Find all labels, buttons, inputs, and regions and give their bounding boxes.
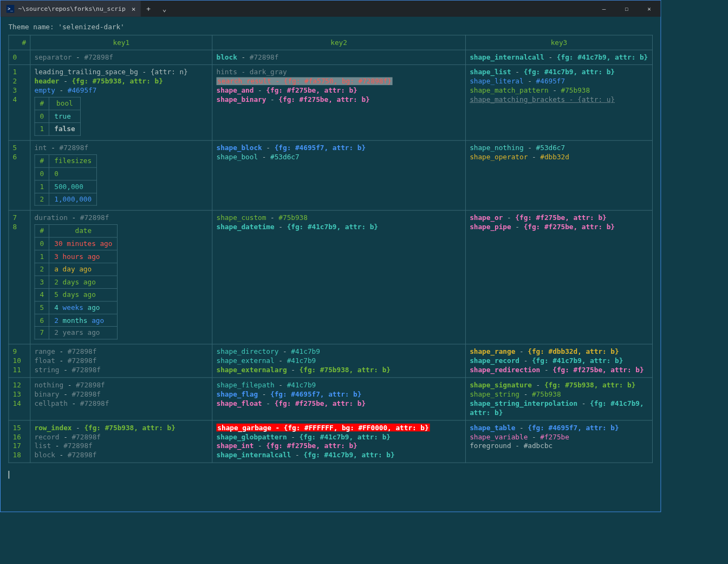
nested-row: 54 weeks ago: [35, 301, 118, 314]
tab-title: ~\source\repos\forks\nu_scrip: [18, 5, 126, 12]
minimize-button[interactable]: —: [593, 1, 615, 17]
nested-row: 1500,000: [35, 180, 97, 193]
col-header-key3: key3: [465, 35, 652, 50]
table-row: 56int - #72898f#filesizes001500,00021,00…: [9, 140, 653, 210]
theme-label: Theme name:: [8, 23, 58, 31]
new-tab-button[interactable]: +: [140, 5, 156, 13]
col-header-key2: key2: [212, 35, 466, 50]
nested-row: 62 months ago: [35, 314, 118, 327]
theme-name-line: Theme name: 'selenized-dark': [1, 20, 661, 35]
table-row: 15161718row_index - {fg: #75b938, attr: …: [9, 420, 653, 463]
nested-row: 21,000,000: [35, 193, 97, 206]
nested-table: #bool0true1false: [35, 97, 81, 135]
terminal-output: Theme name: 'selenized-dark' # key1 key2…: [1, 17, 661, 484]
nested-row: 72 years ago: [35, 327, 118, 340]
table-row: 1234leading_trailing_space_bg - {attr: n…: [9, 64, 653, 140]
table-row: 121314nothing - #72898fbinary - #72898fc…: [9, 378, 653, 420]
nested-table: #date030 minutes ago13 hours ago2a day a…: [35, 224, 118, 339]
nested-row: 030 minutes ago: [35, 237, 118, 250]
window-controls: — ☐ ✕: [593, 1, 660, 17]
terminal-cursor: [8, 471, 9, 479]
table-header-row: # key1 key2 key3: [9, 35, 653, 50]
col-header-index: #: [9, 35, 30, 50]
nested-row: 00: [35, 167, 97, 180]
nested-row: 1false: [35, 123, 80, 136]
window: >_ ~\source\repos\forks\nu_scrip × + ⌄ —…: [0, 0, 661, 512]
tab-dropdown-button[interactable]: ⌄: [157, 5, 172, 13]
nested-row: 0true: [35, 110, 80, 123]
nested-row: 45 days ago: [35, 288, 118, 301]
titlebar[interactable]: >_ ~\source\repos\forks\nu_scrip × + ⌄ —…: [1, 1, 661, 17]
nested-row: 32 days ago: [35, 276, 118, 289]
nested-row: 13 hours ago: [35, 250, 118, 263]
table-row: 91011range - #72898ffloat - #72898fstrin…: [9, 344, 653, 377]
tab-close-button[interactable]: ×: [129, 5, 135, 13]
nested-row: 2a day ago: [35, 263, 118, 276]
close-window-button[interactable]: ✕: [638, 1, 661, 17]
theme-table: # key1 key2 key3 0separator - #72898fblo…: [8, 35, 652, 463]
powershell-icon: >_: [6, 5, 15, 13]
tab-active[interactable]: >_ ~\source\repos\forks\nu_scrip ×: [1, 1, 140, 17]
theme-name-value: 'selenized-dark': [58, 23, 124, 31]
nested-table: #filesizes001500,00021,000,000: [35, 154, 98, 206]
table-row: 0separator - #72898fblock - #72898fshape…: [9, 50, 653, 64]
table-row: 78duration - #72898f#date030 minutes ago…: [9, 211, 653, 345]
col-header-key1: key1: [30, 35, 212, 50]
maximize-button[interactable]: ☐: [615, 1, 638, 17]
